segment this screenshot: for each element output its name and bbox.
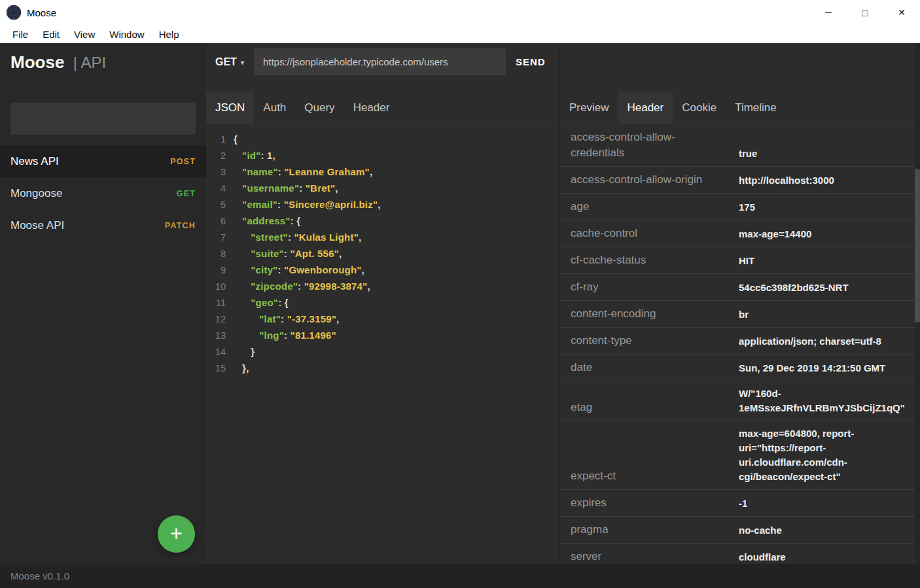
url-input[interactable] bbox=[254, 48, 506, 75]
scrollbar[interactable] bbox=[915, 43, 920, 564]
response-header-key: cf-cache-status bbox=[571, 252, 728, 268]
brand: Moose | API bbox=[0, 43, 206, 75]
app-body: Moose | API News APIPOSTMongooseGETMoose… bbox=[0, 43, 920, 564]
plus-icon: + bbox=[170, 523, 183, 544]
menu-window[interactable]: Window bbox=[102, 25, 151, 43]
editor-code: "geo": { bbox=[234, 297, 289, 308]
response-header-row: content-typeapplication/json; charset=ut… bbox=[560, 328, 915, 355]
response-header-key: etag bbox=[571, 400, 728, 415]
editor-code: "city": "Gwenborough", bbox=[234, 264, 364, 275]
response-header-key: content-type bbox=[571, 333, 728, 349]
response-header-value: max-age=604800, report-uri="https://repo… bbox=[728, 426, 915, 484]
response-tab-timeline[interactable]: Timeline bbox=[726, 92, 786, 124]
response-tab-cookie[interactable]: Cookie bbox=[673, 92, 726, 124]
collection-list: News APIPOSTMongooseGETMoose APIPATCH bbox=[0, 145, 206, 241]
line-number: 5 bbox=[206, 199, 226, 210]
editor-line: 10 "zipcode": "92998-3874", bbox=[206, 278, 559, 294]
method-label: GET bbox=[215, 56, 237, 68]
brand-suffix: | API bbox=[73, 54, 106, 71]
menu-file[interactable]: File bbox=[5, 25, 35, 43]
request-tab-query[interactable]: Query bbox=[295, 92, 344, 124]
editor-line: 5 "email": "Sincere@april.biz", bbox=[206, 196, 559, 213]
window-title: Moose bbox=[27, 7, 56, 18]
line-number: 10 bbox=[206, 281, 226, 292]
sidebar: Moose | API News APIPOSTMongooseGETMoose… bbox=[0, 43, 206, 564]
response-header-row: pragmano-cache bbox=[560, 517, 915, 544]
editor-code: "email": "Sincere@april.biz", bbox=[234, 199, 381, 210]
title-bar: Moose ─ □ ✕ bbox=[0, 0, 920, 25]
response-header-value: -1 bbox=[728, 496, 915, 511]
request-tab-json[interactable]: JSON bbox=[206, 92, 254, 124]
collection-item[interactable]: News APIPOST bbox=[0, 145, 206, 177]
line-number: 2 bbox=[206, 150, 226, 161]
scrollbar-thumb[interactable] bbox=[915, 169, 920, 322]
editor-line: 2 "id": 1, bbox=[206, 147, 559, 164]
line-number: 14 bbox=[206, 347, 226, 357]
response-header-value: http://localhost:3000 bbox=[728, 173, 915, 188]
menu-view[interactable]: View bbox=[67, 25, 102, 43]
editor-code: { bbox=[234, 133, 238, 145]
editor-line: 3 "name": "Leanne Graham", bbox=[206, 164, 559, 180]
collection-item-name: News API bbox=[10, 155, 59, 168]
editor-code: "zipcode": "92998-3874", bbox=[234, 281, 370, 292]
editor-code: "lat": "-37.3159", bbox=[234, 313, 339, 324]
chevron-down-icon: ▾ bbox=[241, 59, 244, 66]
add-request-button[interactable]: + bbox=[158, 515, 195, 553]
request-tab-header[interactable]: Header bbox=[344, 92, 399, 124]
editor-line: 11 "geo": { bbox=[206, 294, 559, 311]
line-number: 8 bbox=[206, 249, 226, 259]
send-button[interactable]: SEND bbox=[516, 56, 546, 67]
response-header-key: access-control-allow-origin bbox=[571, 172, 728, 188]
response-headers-table: access-control-allow-credentialstrueacce… bbox=[560, 124, 915, 564]
line-number: 11 bbox=[206, 298, 226, 308]
editor-line: 14 } bbox=[206, 343, 559, 360]
line-number: 15 bbox=[206, 363, 226, 373]
request-tab-auth[interactable]: Auth bbox=[254, 92, 295, 124]
response-header-key: date bbox=[571, 360, 728, 375]
line-number: 7 bbox=[206, 232, 226, 243]
editor-code: "name": "Leanne Graham", bbox=[234, 166, 372, 177]
response-tab-header[interactable]: Header bbox=[618, 92, 673, 124]
search-input[interactable] bbox=[10, 103, 196, 135]
response-header-key: age bbox=[571, 199, 728, 215]
method-dropdown[interactable]: GET ▾ bbox=[215, 56, 244, 68]
collection-item[interactable]: Moose APIPATCH bbox=[0, 209, 206, 241]
line-number: 6 bbox=[206, 216, 226, 226]
editor-code: "lng": "81.1496" bbox=[234, 330, 336, 341]
request-panel: GET ▾ SEND JSONAuthQueryHeader 1{2 "id":… bbox=[206, 43, 559, 564]
json-editor[interactable]: 1{2 "id": 1,3 "name": "Leanne Graham",4 … bbox=[206, 124, 559, 376]
response-header-value: 54cc6c398f2bd625-NRT bbox=[728, 281, 915, 295]
minimize-button[interactable]: ─ bbox=[810, 0, 847, 25]
response-header-row: expires-1 bbox=[560, 490, 915, 517]
response-header-key: cache-control bbox=[571, 226, 728, 241]
response-header-row: etagW/"160d-1eMSsxeJRfnVLRBmYJSbCijZ1qQ" bbox=[560, 381, 915, 421]
editor-line: 7 "street": "Kulas Light", bbox=[206, 229, 559, 245]
menu-edit[interactable]: Edit bbox=[35, 25, 67, 43]
response-header-row: servercloudflare bbox=[560, 544, 915, 564]
line-number: 9 bbox=[206, 265, 226, 275]
maximize-button[interactable]: □ bbox=[847, 0, 883, 25]
response-header-value: HIT bbox=[728, 254, 915, 268]
response-panel: PreviewHeaderCookieTimeline access-contr… bbox=[559, 43, 920, 564]
line-number: 12 bbox=[206, 314, 226, 324]
editor-line: 6 "address": { bbox=[206, 213, 559, 229]
response-tab-preview[interactable]: Preview bbox=[560, 92, 618, 124]
version-label: Moose v0.1.0 bbox=[10, 570, 69, 581]
editor-line: 15 }, bbox=[206, 360, 559, 376]
line-number: 13 bbox=[206, 330, 226, 341]
response-header-row: content-encodingbr bbox=[560, 301, 915, 328]
collection-item[interactable]: MongooseGET bbox=[0, 177, 206, 209]
editor-line: 8 "suite": "Apt. 556", bbox=[206, 245, 559, 262]
response-header-value: Sun, 29 Dec 2019 14:21:50 GMT bbox=[728, 361, 915, 375]
response-header-key: access-control-allow-credentials bbox=[571, 130, 728, 161]
window-controls: ─ □ ✕ bbox=[810, 0, 920, 25]
close-button[interactable]: ✕ bbox=[883, 0, 920, 25]
response-header-row: cache-controlmax-age=14400 bbox=[560, 220, 915, 247]
app-logo-icon bbox=[7, 5, 21, 20]
collection-item-name: Mongoose bbox=[10, 187, 62, 200]
method-badge: POST bbox=[170, 157, 196, 166]
collection-item-name: Moose API bbox=[10, 219, 64, 232]
brand-title: Moose bbox=[10, 52, 64, 72]
menu-help[interactable]: Help bbox=[152, 25, 186, 43]
response-header-key: server bbox=[571, 549, 728, 564]
